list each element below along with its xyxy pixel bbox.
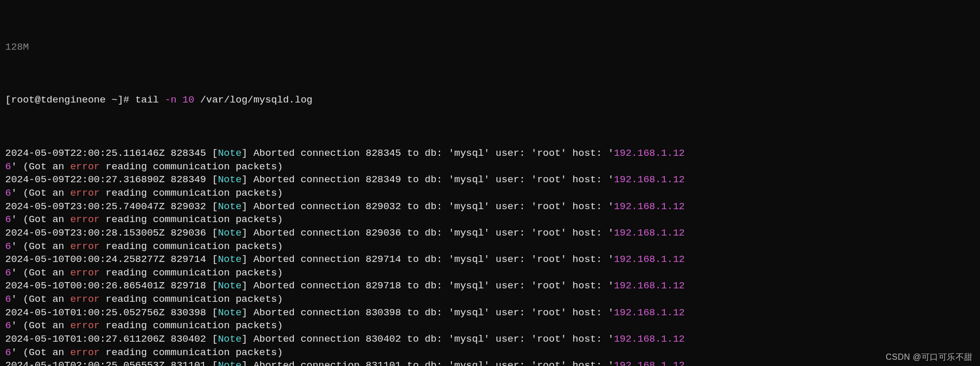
command-path: /var/log/mysqld.log — [200, 94, 313, 106]
watermark: CSDN @可口可乐不甜 — [886, 352, 973, 363]
prompt-cwd: ~ — [111, 94, 117, 106]
log-error-word: error — [70, 267, 100, 279]
prompt-user: root — [11, 94, 35, 106]
prompt-line-1: [root@tdengineone ~]# tail -n 10 /var/lo… — [5, 94, 975, 107]
log-line-wrap: 6' (Got an error reading communication p… — [5, 293, 975, 306]
terminal-output[interactable]: 128M [root@tdengineone ~]# tail -n 10 /v… — [0, 0, 980, 366]
log-line: 2024-05-10T02:00:25.056553Z 831101 [Note… — [5, 359, 975, 366]
command-flag: -n — [165, 94, 177, 106]
log-ip: 192.168.1.12 — [614, 148, 685, 159]
log-line: 2024-05-10T01:00:27.611206Z 830402 [Note… — [5, 333, 975, 346]
log-line: 2024-05-09T23:00:25.740047Z 829032 [Note… — [5, 200, 975, 214]
command-name: tail — [135, 94, 159, 106]
log-error-word: error — [70, 294, 100, 305]
log-line-wrap: 6' (Got an error reading communication p… — [5, 267, 975, 280]
log-ip: 192.168.1.12 — [614, 227, 685, 239]
log-ip: 192.168.1.12 — [614, 307, 685, 318]
log-level: Note — [218, 280, 242, 291]
log-line: 2024-05-10T01:00:25.052756Z 830398 [Note… — [5, 306, 975, 320]
log-ip: 192.168.1.12 — [614, 254, 685, 265]
log-level: Note — [218, 254, 242, 265]
log-ip: 192.168.1.12 — [614, 333, 685, 345]
log-error-word: error — [70, 187, 100, 199]
log-error-word: error — [70, 347, 100, 358]
log-error-word: error — [70, 214, 100, 225]
log-level: Note — [218, 148, 242, 159]
log-ip: 192.168.1.12 — [614, 280, 685, 291]
log-line-wrap: 6' (Got an error reading communication p… — [5, 319, 975, 333]
log-line: 2024-05-09T22:00:25.116146Z 828345 [Note… — [5, 147, 975, 160]
log-ip: 192.168.1.12 — [614, 360, 685, 366]
log-level: Note — [218, 227, 242, 239]
log-ip: 192.168.1.12 — [614, 174, 685, 185]
log-line-wrap: 6' (Got an error reading communication p… — [5, 240, 975, 254]
command-n: 10 — [182, 94, 194, 106]
log-level: Note — [218, 333, 242, 345]
prompt-host: tdengineone — [40, 94, 105, 106]
log-line: 2024-05-09T22:00:27.316890Z 828349 [Note… — [5, 173, 975, 187]
log-level: Note — [218, 307, 242, 318]
log-line-wrap: 6' (Got an error reading communication p… — [5, 160, 975, 174]
log-line: 2024-05-10T00:00:26.865401Z 829718 [Note… — [5, 280, 975, 293]
log-error-word: error — [70, 241, 100, 252]
log-level: Note — [218, 174, 242, 185]
scrollback-fragment: 128M — [5, 41, 975, 54]
log-level: Note — [218, 201, 242, 212]
log-line-wrap: 6' (Got an error reading communication p… — [5, 187, 975, 200]
log-ip: 192.168.1.12 — [614, 201, 685, 212]
log-line: 2024-05-09T23:00:28.153005Z 829036 [Note… — [5, 227, 975, 240]
prompt-sigil: # — [123, 94, 129, 106]
log-line-wrap: 6' (Got an error reading communication p… — [5, 346, 975, 360]
log-level: Note — [218, 360, 242, 366]
log-error-word: error — [70, 161, 100, 172]
log-line-wrap: 6' (Got an error reading communication p… — [5, 213, 975, 227]
log-line: 2024-05-10T00:00:24.258277Z 829714 [Note… — [5, 253, 975, 267]
log-error-word: error — [70, 320, 100, 331]
